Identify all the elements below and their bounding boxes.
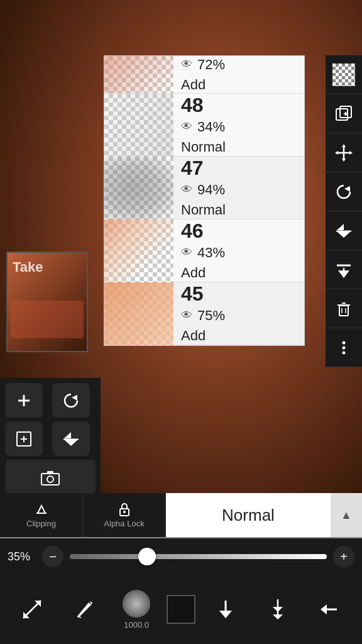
svg-marker-27 [72,395,77,401]
layer-item[interactable]: 45 👁 75% Add [104,282,304,345]
down-arrow-button[interactable] [204,584,248,635]
right-toolbar [326,55,362,367]
transform-button[interactable] [326,133,362,172]
double-down-button[interactable] [256,584,300,635]
layer-item[interactable]: 48 👁 34% Normal [104,94,304,157]
delete-button[interactable] [326,289,362,328]
opacity-value: 35% [8,550,36,564]
visibility-icon: 👁 [181,246,192,259]
svg-marker-9 [349,151,353,155]
opacity-slider-thumb[interactable] [138,548,156,565]
layer-thumbnail [104,157,173,219]
layer-opacity-value: 72% [197,57,225,73]
layer-number: 46 [181,221,297,241]
opacity-slider-track[interactable] [70,554,327,559]
svg-marker-52 [321,604,327,614]
flip-layer-button[interactable] [52,421,90,456]
layer-item[interactable]: 👁 72% Add [104,56,304,94]
svg-point-39 [123,511,126,513]
svg-marker-10 [344,186,350,192]
clipping-button[interactable]: Clipping [0,493,83,537]
layer-opacity-value: 34% [197,119,225,135]
clipping-label: Clipping [26,519,56,528]
layer-opacity-value: 43% [197,245,225,261]
visibility-icon: 👁 [181,183,192,196]
rotate-button[interactable] [326,172,362,211]
svg-marker-46 [219,611,232,618]
bottom-toolbar: 1000.0 [0,575,362,644]
svg-marker-13 [337,231,351,238]
back-button[interactable] [307,584,351,635]
svg-marker-33 [64,440,78,446]
svg-point-35 [47,476,53,482]
blend-mode-display[interactable]: Normal [166,493,331,537]
camera-button[interactable] [5,460,96,494]
layer-item[interactable]: 46 👁 43% Add [104,219,304,282]
layer-info: 👁 72% Add [173,56,304,94]
pen-tool-button[interactable] [62,584,106,635]
svg-line-43 [77,616,81,618]
svg-rect-36 [47,471,53,474]
opacity-bar: 35% − + [0,538,362,575]
svg-marker-50 [273,614,283,619]
color-swatch[interactable] [167,595,195,624]
minus-icon: − [49,550,57,564]
bottom-left-toolbar [0,378,101,499]
svg-rect-17 [339,306,348,316]
opacity-plus-button[interactable]: + [333,546,354,567]
svg-marker-8 [335,151,338,155]
add-layer-button[interactable] [5,383,43,418]
layer-opacity-value: 94% [197,182,225,198]
svg-point-23 [343,346,346,349]
transform-tool-button[interactable] [10,584,54,635]
alpha-lock-button[interactable]: Alpha Lock [83,493,166,537]
blend-mode-value: Normal [222,506,275,525]
rotate-layer-button[interactable] [52,383,90,418]
move-down-button[interactable] [326,250,362,289]
plus-icon: + [340,550,348,564]
layer-number: 48 [181,95,297,115]
visibility-icon: 👁 [181,120,192,133]
svg-marker-6 [342,144,346,147]
layer-info: 47 👁 94% Normal [173,153,304,223]
more-button[interactable] [326,328,362,367]
layers-panel: 👁 72% Add 48 👁 34% Normal 47 👁 [104,55,305,346]
visibility-icon: 👁 [181,309,192,322]
layer-thumbnail [104,282,173,345]
layer-blend-mode: Add [181,328,297,344]
svg-marker-31 [64,432,71,438]
layer-thumbnail [104,219,173,282]
checkerboard-button[interactable] [326,55,362,94]
layer-opacity-value: 75% [197,308,225,324]
layer-item[interactable]: 47 👁 94% Normal [104,157,304,219]
brush-size-display[interactable]: 1000.0 [114,584,158,635]
brush-size-label: 1000.0 [124,620,149,630]
layer-duplicate-button[interactable] [326,94,362,133]
layer-info: 48 👁 34% Normal [173,90,304,160]
blend-mode-arrow[interactable]: ▲ [331,493,362,537]
svg-point-22 [343,341,346,344]
layer-number: 47 [181,158,297,178]
blend-mode-bar: Clipping Alpha Lock Normal ▲ [0,493,362,537]
svg-marker-11 [337,224,344,230]
svg-marker-7 [342,158,346,162]
svg-point-24 [343,351,346,354]
add-frame-button[interactable] [5,421,43,456]
layer-number: 45 [181,284,297,304]
preview-thumbnail[interactable]: Take [6,252,88,352]
opacity-minus-button[interactable]: − [42,546,63,567]
svg-rect-34 [41,474,59,485]
layer-info: 46 👁 43% Add [173,216,304,286]
alpha-lock-label: Alpha Lock [104,519,144,528]
flip-button[interactable] [326,211,362,250]
visibility-icon: 👁 [181,58,192,71]
layer-thumbnail [104,94,173,157]
layer-info: 45 👁 75% Add [173,279,304,349]
layer-thumbnail [104,56,173,94]
